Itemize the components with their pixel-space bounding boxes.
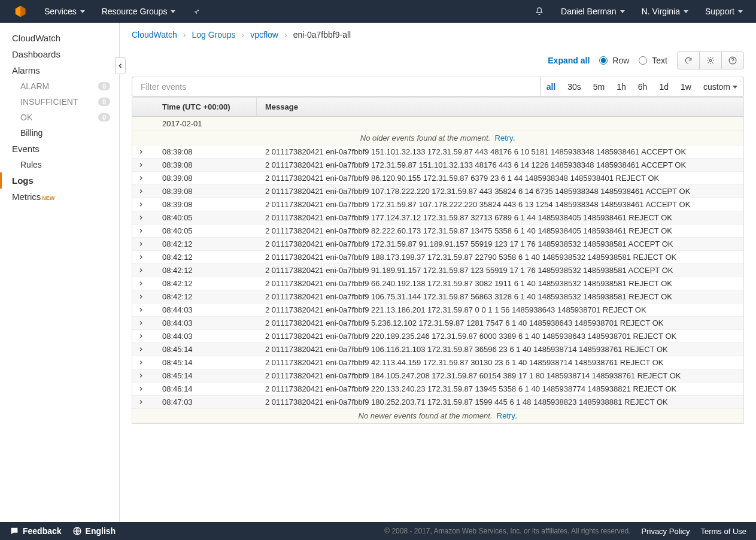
log-row[interactable]: 08:40:052 011173820421 eni-0a7fbbf9 177.… [132, 211, 743, 225]
time-filter-1d[interactable]: 1d [653, 77, 675, 96]
sidebar-item-billing[interactable]: Billing [0, 125, 119, 141]
sidebar-item-alarms[interactable]: Alarms [0, 62, 119, 78]
sidebar-item-label: Alarms [12, 65, 40, 75]
nav-pin[interactable] [185, 0, 208, 23]
log-row[interactable]: 08:45:142 011173820421 eni-0a7fbbf9 184.… [132, 369, 743, 383]
log-row[interactable]: 08:40:052 011173820421 eni-0a7fbbf9 82.2… [132, 225, 743, 238]
sidebar-item-insufficient[interactable]: INSUFFICIENT0 [0, 94, 119, 110]
expand-row-button[interactable] [132, 159, 149, 171]
expand-row-button[interactable] [132, 251, 149, 263]
expand-row-button[interactable] [132, 172, 149, 184]
sidebar-item-dashboards[interactable]: Dashboards [0, 46, 119, 62]
log-row[interactable]: 08:42:122 011173820421 eni-0a7fbbf9 66.2… [132, 277, 743, 290]
log-time: 08:39:08 [149, 198, 257, 211]
settings-button[interactable] [699, 51, 722, 69]
refresh-button[interactable] [677, 51, 700, 69]
radio-text[interactable] [639, 56, 647, 65]
expand-row-button[interactable] [132, 396, 149, 408]
sidebar-item-label: Billing [20, 128, 42, 138]
expand-all-button[interactable]: Expand all [548, 56, 590, 65]
expand-row-button[interactable] [132, 343, 149, 356]
log-row[interactable]: 08:39:082 011173820421 eni-0a7fbbf9 172.… [132, 198, 743, 211]
log-row[interactable]: 08:46:142 011173820421 eni-0a7fbbf9 220.… [132, 383, 743, 396]
sidebar-item-logs[interactable]: Logs [0, 172, 119, 189]
expand-row-button[interactable] [132, 277, 149, 290]
expand-row-button[interactable] [132, 383, 149, 395]
log-row[interactable]: 08:47:032 011173820421 eni-0a7fbbf9 180.… [132, 396, 743, 409]
nav-region[interactable]: N. Virginia [634, 0, 696, 23]
help-button[interactable] [721, 51, 744, 69]
sidebar-item-events[interactable]: Events [0, 141, 119, 157]
log-row[interactable]: 08:42:122 011173820421 eni-0a7fbbf9 91.1… [132, 264, 743, 277]
log-row[interactable]: 08:45:142 011173820421 eni-0a7fbbf9 42.1… [132, 356, 743, 369]
time-filter-1w[interactable]: 1w [675, 77, 697, 96]
expand-row-button[interactable] [132, 211, 149, 224]
filter-events-input[interactable] [132, 77, 541, 97]
column-message[interactable]: Message [257, 98, 743, 116]
log-row[interactable]: 08:42:122 011173820421 eni-0a7fbbf9 188.… [132, 251, 743, 264]
log-row[interactable]: 08:44:032 011173820421 eni-0a7fbbf9 5.23… [132, 317, 743, 330]
sidebar-item-label: OK [20, 113, 32, 122]
expand-row-button[interactable] [132, 225, 149, 237]
log-row[interactable]: 08:45:142 011173820421 eni-0a7fbbf9 106.… [132, 343, 743, 356]
expand-row-button[interactable] [132, 238, 149, 250]
time-filter-custom[interactable]: custom [697, 77, 743, 96]
radio-row[interactable] [599, 56, 608, 65]
log-row[interactable]: 08:44:032 011173820421 eni-0a7fbbf9 221.… [132, 304, 743, 317]
sidebar-collapse-button[interactable] [115, 57, 126, 74]
no-older-row: No older events found at the moment. Ret… [132, 131, 743, 145]
time-filter-5m[interactable]: 5m [587, 77, 611, 96]
sidebar-item-alarm[interactable]: ALARM0 [0, 78, 119, 94]
expand-row-button[interactable] [132, 356, 149, 369]
log-message: 2 011173820421 eni-0a7fbbf9 82.222.60.17… [257, 225, 743, 237]
nav-support[interactable]: Support [698, 0, 750, 23]
expand-row-button[interactable] [132, 290, 149, 303]
sidebar-item-ok[interactable]: OK0 [0, 110, 119, 125]
expand-row-button[interactable] [132, 317, 149, 329]
nav-region-label: N. Virginia [642, 7, 680, 16]
expand-row-button[interactable] [132, 145, 149, 158]
nav-resource-groups[interactable]: Resource Groups [95, 0, 183, 23]
expand-row-button[interactable] [132, 185, 149, 198]
sidebar-item-label: Dashboards [12, 49, 60, 59]
log-message: 2 011173820421 eni-0a7fbbf9 107.178.222.… [257, 185, 743, 198]
expand-row-button[interactable] [132, 304, 149, 316]
view-text-option[interactable]: Text [639, 56, 667, 65]
log-time: 08:46:14 [149, 383, 257, 395]
sidebar-item-metrics[interactable]: MetricsNEW [0, 189, 119, 205]
log-row[interactable]: 08:39:082 011173820421 eni-0a7fbbf9 151.… [132, 145, 743, 159]
log-row[interactable]: 08:39:082 011173820421 eni-0a7fbbf9 172.… [132, 159, 743, 172]
time-filter-6h[interactable]: 6h [632, 77, 654, 96]
log-row[interactable]: 08:39:082 011173820421 eni-0a7fbbf9 107.… [132, 185, 743, 198]
log-row[interactable]: 08:39:082 011173820421 eni-0a7fbbf9 86.1… [132, 172, 743, 185]
breadcrumb-link[interactable]: Log Groups [192, 30, 235, 40]
log-time: 08:42:12 [149, 277, 257, 290]
retry-link[interactable]: Retry [497, 411, 515, 420]
view-row-option[interactable]: Row [599, 56, 629, 65]
breadcrumb-link[interactable]: CloudWatch [132, 30, 177, 40]
log-message: 2 011173820421 eni-0a7fbbf9 220.189.235.… [257, 330, 743, 342]
expand-row-button[interactable] [132, 264, 149, 277]
time-filter-30s[interactable]: 30s [561, 77, 587, 96]
aws-logo[interactable] [6, 0, 35, 23]
expand-row-button[interactable] [132, 330, 149, 342]
expand-row-button[interactable] [132, 198, 149, 211]
time-filter-1h[interactable]: 1h [611, 77, 632, 96]
nav-user[interactable]: Daniel Berman [554, 0, 632, 23]
column-time[interactable]: Time (UTC +00:00) [149, 98, 257, 116]
retry-link[interactable]: Retry [495, 134, 514, 142]
log-row[interactable]: 08:42:122 011173820421 eni-0a7fbbf9 172.… [132, 238, 743, 251]
sidebar-item-cloudwatch[interactable]: CloudWatch [0, 30, 119, 46]
log-row[interactable]: 08:42:122 011173820421 eni-0a7fbbf9 106.… [132, 290, 743, 304]
expand-row-button[interactable] [132, 369, 149, 382]
breadcrumb-link[interactable]: vpcflow [250, 30, 278, 40]
log-row[interactable]: 08:44:032 011173820421 eni-0a7fbbf9 220.… [132, 330, 743, 343]
breadcrumb-current: eni-0a7fbbf9-all [293, 30, 351, 40]
nav-notifications[interactable] [527, 0, 551, 23]
nav-resource-groups-label: Resource Groups [102, 7, 168, 16]
time-filter-all[interactable]: all [541, 77, 562, 96]
nav-services[interactable]: Services [37, 0, 92, 23]
sidebar-item-label: CloudWatch [12, 33, 60, 43]
log-time: 08:39:08 [149, 185, 257, 198]
sidebar-item-rules[interactable]: Rules [0, 157, 119, 172]
